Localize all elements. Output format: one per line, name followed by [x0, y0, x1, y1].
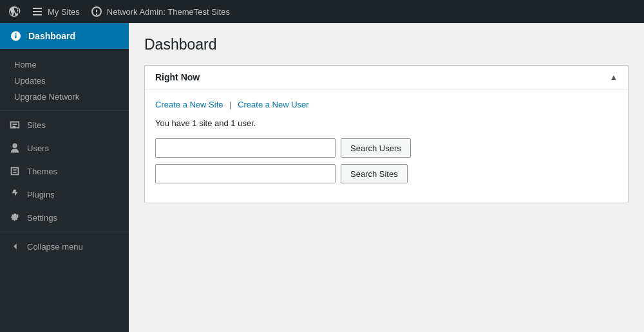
sidebar-item-settings[interactable]: Settings: [0, 206, 129, 229]
dashboard-label: Dashboard: [28, 31, 75, 41]
search-sites-row: Search Sites: [155, 164, 618, 183]
sidebar-item-plugins[interactable]: Plugins: [0, 183, 129, 206]
sidebar-item-upgrade-network[interactable]: Upgrade Network: [0, 89, 129, 105]
right-now-widget: Right Now ▲ Create a New Site | Create a…: [144, 65, 629, 203]
widget-header: Right Now ▲: [145, 66, 628, 89]
network-admin-label: Network Admin: ThemeTest Sites: [107, 7, 230, 17]
sidebar: Dashboard Home Updates Upgrade Network S…: [0, 23, 129, 332]
sidebar-item-dashboard[interactable]: Dashboard: [0, 23, 129, 49]
sites-label: Sites: [27, 120, 46, 130]
network-admin-button[interactable]: Network Admin: ThemeTest Sites: [90, 5, 230, 18]
sidebar-item-themes[interactable]: Themes: [0, 160, 129, 183]
sidebar-divider-2: [0, 232, 129, 232]
search-users-button[interactable]: Search Users: [341, 138, 411, 158]
widget-toggle-button[interactable]: ▲: [610, 73, 618, 82]
widget-title: Right Now: [155, 72, 200, 82]
search-users-row: Search Users: [155, 138, 618, 158]
layout: Dashboard Home Updates Upgrade Network S…: [0, 23, 644, 332]
sidebar-divider-1: [0, 110, 129, 111]
create-new-user-link[interactable]: Create a New User: [238, 100, 309, 109]
page-title: Dashboard: [144, 36, 629, 53]
link-separator: |: [229, 100, 231, 109]
create-new-site-link[interactable]: Create a New Site: [155, 100, 223, 109]
my-sites-button[interactable]: My Sites: [31, 5, 80, 18]
search-sites-input[interactable]: [155, 164, 336, 183]
search-users-input[interactable]: [155, 138, 336, 158]
widget-body: Create a New Site | Create a New User Yo…: [145, 89, 628, 203]
sidebar-collapse-button[interactable]: Collapse menu: [0, 235, 129, 258]
plugins-label: Plugins: [27, 190, 55, 199]
settings-label: Settings: [27, 213, 57, 223]
stat-text: You have 1 site and 1 user.: [155, 118, 618, 128]
users-label: Users: [27, 143, 49, 153]
dashboard-submenu: Home Updates Upgrade Network: [0, 49, 129, 107]
sidebar-item-home[interactable]: Home: [0, 57, 129, 73]
themes-label: Themes: [27, 167, 57, 176]
wp-logo-button[interactable]: [8, 5, 21, 18]
collapse-label: Collapse menu: [27, 242, 83, 252]
sidebar-item-users[interactable]: Users: [0, 136, 129, 160]
my-sites-label: My Sites: [48, 7, 80, 17]
widget-links: Create a New Site | Create a New User: [155, 100, 618, 109]
search-sites-button[interactable]: Search Sites: [341, 164, 408, 183]
sidebar-item-updates[interactable]: Updates: [0, 73, 129, 89]
topbar: My Sites Network Admin: ThemeTest Sites: [0, 0, 644, 23]
sidebar-item-sites[interactable]: Sites: [0, 113, 129, 136]
main-content: Dashboard Right Now ▲ Create a New Site …: [129, 23, 644, 332]
